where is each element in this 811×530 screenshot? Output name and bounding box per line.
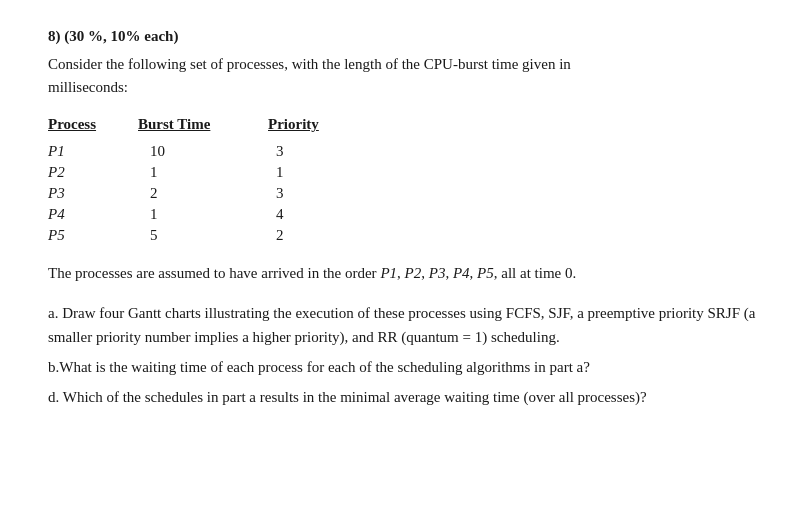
process-p4: P4: [48, 206, 138, 223]
burst-p1: 10: [138, 143, 268, 160]
table-row-p1: P1 10 3: [48, 143, 763, 160]
burst-p3: 2: [138, 185, 268, 202]
part-d: d. Which of the schedules in part a resu…: [48, 385, 763, 409]
header-process: Process: [48, 116, 138, 133]
table-headers: Process Burst Time Priority: [48, 116, 763, 133]
part-b: b.What is the waiting time of each proce…: [48, 355, 763, 379]
process-table: Process Burst Time Priority P1 10 3 P2 1…: [48, 116, 763, 244]
process-p3: P3: [48, 185, 138, 202]
question-number: 8): [48, 28, 61, 44]
arrival-text: The processes are assumed to have arrive…: [48, 262, 763, 285]
question-header: 8) (30 %, 10% each): [48, 28, 763, 45]
header-priority: Priority: [268, 116, 368, 133]
question-container: 8) (30 %, 10% each) Consider the followi…: [48, 28, 763, 409]
process-p5: P5: [48, 227, 138, 244]
questions-section: a. Draw four Gantt charts illustrating t…: [48, 301, 763, 409]
header-burst: Burst Time: [138, 116, 268, 133]
intro-line1: Consider the following set of processes,…: [48, 56, 571, 72]
process-p1: P1: [48, 143, 138, 160]
priority-p2: 1: [268, 164, 368, 181]
intro-line2: milliseconds:: [48, 79, 128, 95]
priority-p4: 4: [268, 206, 368, 223]
part-a: a. Draw four Gantt charts illustrating t…: [48, 301, 763, 349]
burst-p2: 1: [138, 164, 268, 181]
burst-p5: 5: [138, 227, 268, 244]
table-row-p5: P5 5 2: [48, 227, 763, 244]
process-p2: P2: [48, 164, 138, 181]
table-row-p3: P3 2 3: [48, 185, 763, 202]
table-row-p2: P2 1 1: [48, 164, 763, 181]
table-row-p4: P4 1 4: [48, 206, 763, 223]
priority-p5: 2: [268, 227, 368, 244]
question-points: (30 %, 10% each): [64, 28, 178, 44]
priority-p1: 3: [268, 143, 368, 160]
priority-p3: 3: [268, 185, 368, 202]
intro-text: Consider the following set of processes,…: [48, 53, 763, 98]
burst-p4: 1: [138, 206, 268, 223]
